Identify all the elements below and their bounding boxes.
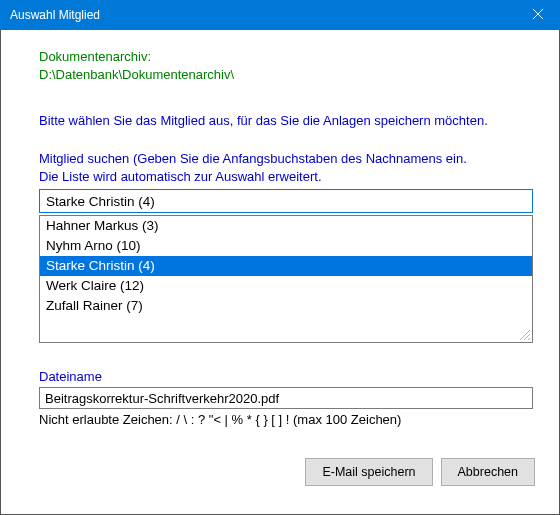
archive-label: Dokumentenarchiv: [39,48,527,66]
search-instruction-line1: Mitglied suchen (Geben Sie die Anfangsbu… [39,150,527,168]
list-item[interactable]: Werk Claire (12) [40,276,532,296]
svg-line-4 [528,338,530,340]
cancel-button[interactable]: Abbrechen [441,458,535,486]
window-title: Auswahl Mitglied [10,8,100,22]
list-item[interactable]: Zufall Rainer (7) [40,296,532,316]
close-button[interactable] [515,0,560,30]
filename-hint: Nicht erlaubte Zeichen: / \ : ? "< | % *… [39,412,527,427]
instruction-text: Bitte wählen Sie das Mitglied aus, für d… [39,113,527,128]
titlebar: Auswahl Mitglied [0,0,560,30]
close-icon [533,8,543,22]
search-instruction-line2: Die Liste wird automatisch zur Auswahl e… [39,168,527,186]
list-item[interactable]: Hahner Markus (3) [40,216,532,236]
list-item[interactable]: Starke Christin (4) [40,256,532,276]
save-email-button[interactable]: E-Mail speichern [305,458,432,486]
resize-grip-icon[interactable] [518,328,530,340]
filename-label: Dateiname [39,369,527,384]
filename-input[interactable] [39,387,533,409]
dialog-body: Dokumentenarchiv: D:\Datenbank\Dokumente… [0,30,560,515]
member-search-input[interactable] [39,189,533,213]
list-item[interactable]: Nyhm Arno (10) [40,236,532,256]
member-listbox[interactable]: Hahner Markus (3)Nyhm Arno (10)Starke Ch… [39,215,533,343]
search-instruction: Mitglied suchen (Geben Sie die Anfangsbu… [39,150,527,185]
archive-path: D:\Datenbank\Dokumentenarchiv\ [39,66,527,84]
button-bar: E-Mail speichern Abbrechen [305,458,535,486]
archive-block: Dokumentenarchiv: D:\Datenbank\Dokumente… [39,48,527,83]
